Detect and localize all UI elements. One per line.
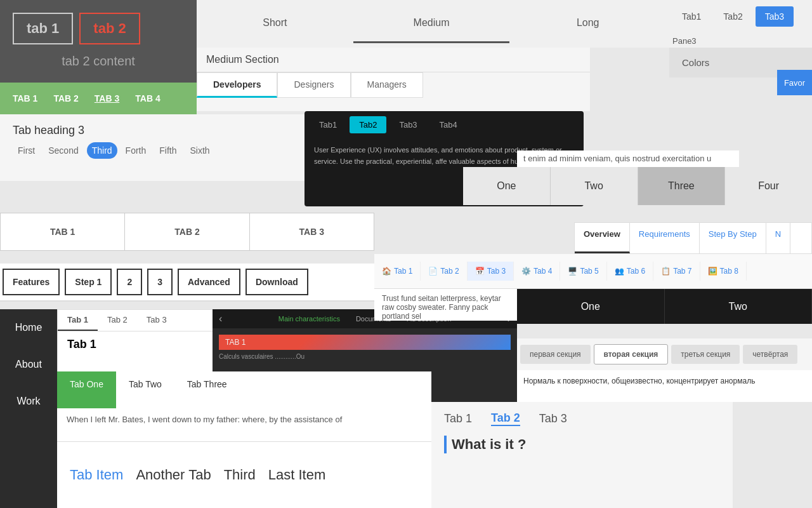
tab2-content: tab 2 content [13,54,184,69]
tab-step3[interactable]: 3 [147,269,173,295]
tab-managers[interactable]: Managers [351,72,423,98]
tab-item[interactable]: Tab Item [70,467,123,483]
tab-third[interactable]: Third [87,142,117,159]
tab-fifth[interactable]: Fifth [154,142,181,159]
tab-icon-3[interactable]: 📅 Tab 3 [468,262,514,281]
tab-tab-three[interactable]: Tab Three [174,371,240,409]
tab-tab4[interactable]: TAB 4 [129,90,166,107]
trust-fund-text: Trust fund seitan letterpress, keytar ra… [382,294,501,321]
panel7-content: Tab 1 [58,331,215,358]
tab-features[interactable]: Features [3,269,60,295]
tab-tab3-dk[interactable]: Tab3 [390,116,426,133]
tab-3-br[interactable]: Tab 3 [539,412,567,425]
tab-ru-3[interactable]: третья секция [671,345,740,364]
tab-two[interactable]: Two [551,167,638,205]
doc-icon: 📄 [428,267,438,276]
tab-last[interactable]: Last Item [268,467,325,483]
tab-tab2-sm[interactable]: Tab 2 [98,310,137,331]
panel-trust-fund: Trust fund seitan letterpress, keytar ra… [374,289,517,321]
tab-tab1[interactable]: TAB 1 [6,90,44,107]
tab-tr-3[interactable]: Tab3 [756,6,794,27]
tab-two-dk[interactable]: Two [665,289,813,324]
tab-main-char[interactable]: Main characteristics [272,312,346,325]
monitor-icon: 🖥️ [568,267,577,276]
panel-green-onetwo: Tab One Tab Two Tab Three [57,371,431,410]
tab-developers[interactable]: Developers [197,72,277,98]
tab-requirements[interactable]: Requirements [630,223,700,253]
tab-short[interactable]: Short [197,4,353,43]
section-label: Medium Section [197,48,590,72]
tab-tab4-dk[interactable]: Tab4 [430,116,467,133]
tab-icon-7[interactable]: 📋 Tab 7 [653,262,700,281]
tab-tab2-main[interactable]: TAB 2 [125,213,249,250]
tab-download[interactable]: Download [246,269,308,295]
tab-four[interactable]: Four [725,167,812,205]
tab-2[interactable]: tab 2 [79,13,140,44]
tab-forth[interactable]: Forth [121,142,152,159]
panel-text-content: When I left Mr. Bates, I went down to my… [57,408,431,446]
tab-n[interactable]: N [766,223,790,253]
tab-tab-two[interactable]: Tab Two [116,371,174,409]
tab-overview[interactable]: Overview [575,223,630,253]
tab-1-br[interactable]: Tab 1 [444,412,472,425]
cal-icon: 📅 [475,267,485,276]
tab-icon-8[interactable]: 🖼️ Tab 8 [700,262,747,281]
tab-ru-4[interactable]: четвёртая [743,345,797,364]
tab-tab3-main[interactable]: TAB 3 [250,213,374,250]
content-text: When I left Mr. Bates, I went down to my… [67,415,342,424]
tab-icon-2[interactable]: 📄 Tab 2 [421,262,467,281]
tab-step1[interactable]: Step 1 [65,269,112,295]
tab-tab2[interactable]: TAB 2 [47,90,84,107]
tab-one-dk[interactable]: One [517,289,665,324]
tab-step-by-step[interactable]: Step By Step [700,223,766,253]
tab-tr-1[interactable]: Tab1 [672,6,710,27]
tab-tab-one[interactable]: Tab One [57,371,116,409]
panel-one-two-three-four: One Two Three Four [463,167,812,205]
panel-three-tabs: TAB 1 TAB 2 TAB 3 [0,213,374,251]
tab-three[interactable]: Three [638,167,726,205]
favorites-tab[interactable]: Favor [777,70,812,95]
tab-medium[interactable]: Medium [353,4,510,43]
tab-third-lg[interactable]: Third [224,467,256,483]
tab-icon-5[interactable]: 🖥️ Tab 5 [560,262,606,281]
panel-heading-tabs: Tab heading 3 First Second Third Forth F… [0,114,311,181]
panel-icon-tabs: 🏠 Tab 1 📄 Tab 2 📅 Tab 3 ⚙️ Tab 4 🖥️ Tab … [374,254,812,289]
tab-icon-6[interactable]: 👥 Tab 6 [607,262,653,281]
tab-step2[interactable]: 2 [117,269,142,295]
tab-long[interactable]: Long [509,4,666,43]
tab-tab3[interactable]: TAB 3 [88,90,126,107]
prev-arrow[interactable]: ‹ [219,313,222,324]
panel8-label: TAB 1 [219,335,511,350]
panel-bottom-right-tabs: Tab 1 Tab 2 Tab 3 What is it ? [431,402,733,508]
tab-another[interactable]: Another Tab [136,467,211,483]
tab-designers[interactable]: Designers [277,72,350,98]
tab-tab1-main[interactable]: TAB 1 [1,213,125,250]
tab-tab1-sm[interactable]: Tab 1 [58,310,98,331]
home-icon: 🏠 [382,267,391,276]
tab-tab1-dk[interactable]: Tab1 [310,116,346,133]
panel8-desc: Calculs vasculaires ............Ou [219,353,511,360]
tab-second[interactable]: Second [43,142,83,159]
accent-bar [444,436,447,453]
tab-ru-2[interactable]: вторая секция [594,344,669,364]
sidebar-item-about[interactable]: About [0,346,57,383]
tab-sixth[interactable]: Sixth [185,142,215,159]
sidebar-item-work[interactable]: Work [0,383,57,420]
tab-icon-1[interactable]: 🏠 Tab 1 [374,262,421,281]
sidebar-item-home[interactable]: Home [0,309,57,346]
tab-2-br[interactable]: Tab 2 [491,411,520,426]
tab-ru-1[interactable]: первая секция [520,345,591,364]
tab-one[interactable]: One [463,167,551,205]
panel-large-tabs: Tab Item Another Tab Third Last Item [57,441,431,508]
tab-advanced[interactable]: Advanced [178,269,240,295]
russian-text: Нормаль к поверхности, общеизвестно, кон… [523,377,755,385]
tab-1[interactable]: tab 1 [13,13,73,44]
tab-icon-4[interactable]: ⚙️ Tab 4 [514,262,560,281]
tab-tab3-sm[interactable]: Tab 3 [137,310,176,331]
tab-tab2-dk[interactable]: Tab2 [350,116,386,133]
tab-first[interactable]: First [13,142,40,159]
panel-russian-content: Нормаль к поверхности, общеизвестно, кон… [517,370,812,402]
panel-medium-section: Medium Section Developers Designers Mana… [197,48,590,111]
users-icon: 👥 [615,267,624,276]
tab-tr-2[interactable]: Tab2 [714,6,752,27]
